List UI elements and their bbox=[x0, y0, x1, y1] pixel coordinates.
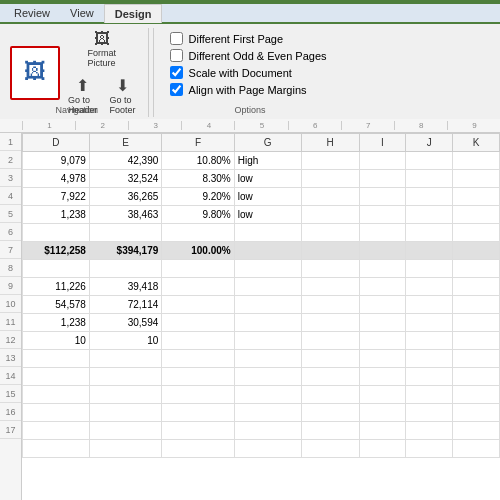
cell-r15-c2[interactable] bbox=[162, 404, 234, 422]
cell-r15-c3[interactable] bbox=[234, 404, 301, 422]
cell-r11-c2[interactable] bbox=[162, 332, 234, 350]
cell-r4-c4[interactable] bbox=[301, 206, 359, 224]
cell-r13-c0[interactable] bbox=[23, 368, 90, 386]
cell-r14-c5[interactable] bbox=[359, 386, 406, 404]
cell-r4-c2[interactable]: 9.80% bbox=[162, 206, 234, 224]
cell-r10-c1[interactable]: 30,594 bbox=[89, 314, 161, 332]
cell-r1-c0[interactable]: 9,079 bbox=[23, 152, 90, 170]
col-header-i[interactable]: I bbox=[359, 134, 406, 152]
cell-r1-c5[interactable] bbox=[359, 152, 406, 170]
cell-r7-c3[interactable] bbox=[234, 260, 301, 278]
cell-r3-c7[interactable] bbox=[453, 188, 500, 206]
tab-view[interactable]: View bbox=[60, 4, 104, 22]
cell-r4-c3[interactable]: low bbox=[234, 206, 301, 224]
cell-r3-c5[interactable] bbox=[359, 188, 406, 206]
cell-r17-c5[interactable] bbox=[359, 440, 406, 458]
cell-r10-c5[interactable] bbox=[359, 314, 406, 332]
cell-r17-c1[interactable] bbox=[89, 440, 161, 458]
cell-r9-c3[interactable] bbox=[234, 296, 301, 314]
cell-r13-c2[interactable] bbox=[162, 368, 234, 386]
cell-r7-c6[interactable] bbox=[406, 260, 453, 278]
col-header-f[interactable]: F bbox=[162, 134, 234, 152]
cell-r15-c4[interactable] bbox=[301, 404, 359, 422]
cell-r9-c4[interactable] bbox=[301, 296, 359, 314]
cell-r2-c1[interactable]: 32,524 bbox=[89, 170, 161, 188]
cell-r1-c6[interactable] bbox=[406, 152, 453, 170]
cell-r16-c4[interactable] bbox=[301, 422, 359, 440]
cell-r9-c6[interactable] bbox=[406, 296, 453, 314]
cell-r10-c7[interactable] bbox=[453, 314, 500, 332]
cell-r6-c3[interactable] bbox=[234, 242, 301, 260]
col-header-g[interactable]: G bbox=[234, 134, 301, 152]
checkbox-scale-with-document[interactable] bbox=[170, 66, 183, 79]
cell-r10-c6[interactable] bbox=[406, 314, 453, 332]
cell-r3-c0[interactable]: 7,922 bbox=[23, 188, 90, 206]
cell-r2-c5[interactable] bbox=[359, 170, 406, 188]
cell-r13-c4[interactable] bbox=[301, 368, 359, 386]
cell-r17-c3[interactable] bbox=[234, 440, 301, 458]
cell-r12-c0[interactable] bbox=[23, 350, 90, 368]
cell-r2-c6[interactable] bbox=[406, 170, 453, 188]
cell-r11-c3[interactable] bbox=[234, 332, 301, 350]
checkbox-different-odd-even[interactable] bbox=[170, 49, 183, 62]
cell-r14-c7[interactable] bbox=[453, 386, 500, 404]
cell-r2-c2[interactable]: 8.30% bbox=[162, 170, 234, 188]
cell-r3-c2[interactable]: 9.20% bbox=[162, 188, 234, 206]
cell-r5-c6[interactable] bbox=[406, 224, 453, 242]
cell-r11-c5[interactable] bbox=[359, 332, 406, 350]
cell-r6-c2[interactable]: 100.00% bbox=[162, 242, 234, 260]
cell-r13-c7[interactable] bbox=[453, 368, 500, 386]
cell-r5-c1[interactable] bbox=[89, 224, 161, 242]
cell-r10-c0[interactable]: 1,238 bbox=[23, 314, 90, 332]
cell-r3-c3[interactable]: low bbox=[234, 188, 301, 206]
cell-r6-c5[interactable] bbox=[359, 242, 406, 260]
cell-r16-c5[interactable] bbox=[359, 422, 406, 440]
col-header-k[interactable]: K bbox=[453, 134, 500, 152]
cell-r15-c7[interactable] bbox=[453, 404, 500, 422]
checkbox-align-with-margins[interactable] bbox=[170, 83, 183, 96]
cell-r8-c7[interactable] bbox=[453, 278, 500, 296]
cell-r17-c2[interactable] bbox=[162, 440, 234, 458]
cell-r1-c2[interactable]: 10.80% bbox=[162, 152, 234, 170]
cell-r14-c2[interactable] bbox=[162, 386, 234, 404]
cell-r5-c7[interactable] bbox=[453, 224, 500, 242]
cell-r17-c6[interactable] bbox=[406, 440, 453, 458]
cell-r16-c1[interactable] bbox=[89, 422, 161, 440]
cell-r14-c0[interactable] bbox=[23, 386, 90, 404]
cell-r8-c0[interactable]: 11,226 bbox=[23, 278, 90, 296]
cell-r1-c1[interactable]: 42,390 bbox=[89, 152, 161, 170]
cell-r14-c6[interactable] bbox=[406, 386, 453, 404]
cell-r12-c2[interactable] bbox=[162, 350, 234, 368]
cell-r4-c5[interactable] bbox=[359, 206, 406, 224]
cell-r4-c0[interactable]: 1,238 bbox=[23, 206, 90, 224]
col-header-h[interactable]: H bbox=[301, 134, 359, 152]
cell-r16-c3[interactable] bbox=[234, 422, 301, 440]
cell-r13-c1[interactable] bbox=[89, 368, 161, 386]
cell-r11-c1[interactable]: 10 bbox=[89, 332, 161, 350]
cell-r9-c5[interactable] bbox=[359, 296, 406, 314]
tab-design[interactable]: Design bbox=[104, 4, 163, 23]
cell-r15-c1[interactable] bbox=[89, 404, 161, 422]
cell-r4-c6[interactable] bbox=[406, 206, 453, 224]
cell-r1-c7[interactable] bbox=[453, 152, 500, 170]
cell-r13-c6[interactable] bbox=[406, 368, 453, 386]
cell-r14-c4[interactable] bbox=[301, 386, 359, 404]
cell-r6-c6[interactable] bbox=[406, 242, 453, 260]
cell-r5-c4[interactable] bbox=[301, 224, 359, 242]
cell-r8-c3[interactable] bbox=[234, 278, 301, 296]
cell-r2-c0[interactable]: 4,978 bbox=[23, 170, 90, 188]
cell-r6-c4[interactable] bbox=[301, 242, 359, 260]
cell-r3-c6[interactable] bbox=[406, 188, 453, 206]
cell-r13-c3[interactable] bbox=[234, 368, 301, 386]
cell-r5-c3[interactable] bbox=[234, 224, 301, 242]
cell-r15-c6[interactable] bbox=[406, 404, 453, 422]
cell-r10-c3[interactable] bbox=[234, 314, 301, 332]
cell-r16-c6[interactable] bbox=[406, 422, 453, 440]
cell-r8-c1[interactable]: 39,418 bbox=[89, 278, 161, 296]
cell-r12-c1[interactable] bbox=[89, 350, 161, 368]
cell-r3-c4[interactable] bbox=[301, 188, 359, 206]
cell-r17-c4[interactable] bbox=[301, 440, 359, 458]
cell-r6-c7[interactable] bbox=[453, 242, 500, 260]
cell-r9-c2[interactable] bbox=[162, 296, 234, 314]
cell-r11-c0[interactable]: 10 bbox=[23, 332, 90, 350]
